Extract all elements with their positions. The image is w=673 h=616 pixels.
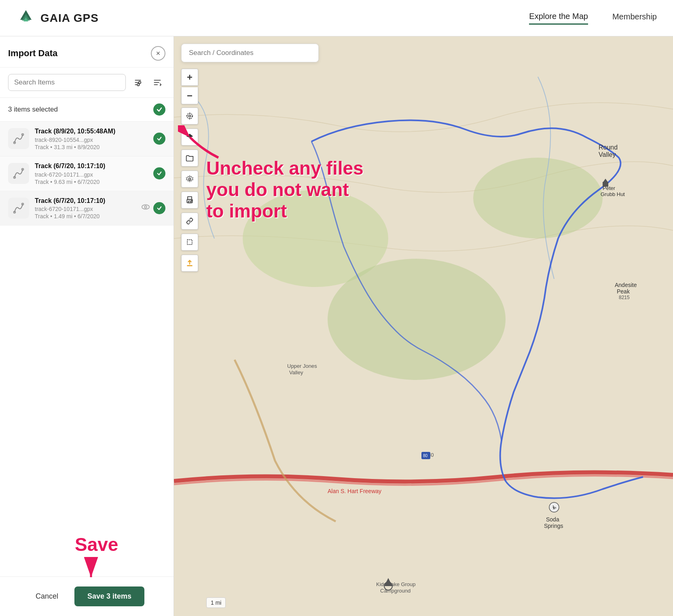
crop-icon — [186, 238, 194, 246]
track-actions — [141, 202, 165, 214]
track-route-icon — [12, 202, 25, 215]
printer-icon — [186, 196, 194, 204]
track-select-check[interactable] — [153, 133, 165, 145]
track-item[interactable]: Track (8/9/20, 10:55:48AM) track-8920-10… — [0, 122, 174, 156]
plus-icon — [186, 74, 193, 81]
track-actions — [153, 133, 165, 145]
svg-text:Peak: Peak — [617, 288, 630, 295]
scale-label: 1 mi — [211, 599, 221, 606]
checkmark-icon — [157, 205, 162, 211]
map-area[interactable]: Round Valley Peter Grubb Hut Andesite Pe… — [174, 36, 673, 616]
track-list: Track (8/9/20, 10:55:48AM) track-8920-10… — [0, 122, 174, 528]
gaia-logo-icon — [16, 8, 36, 28]
track-route-icon — [12, 132, 25, 145]
track-route-icon — [12, 167, 25, 180]
track-filename: track-6720-10171...gpx — [35, 206, 135, 212]
svg-text:Round: Round — [599, 144, 618, 151]
search-input[interactable] — [8, 74, 126, 91]
track-info: Track (6/7/20, 10:17:10) track-6720-1017… — [35, 162, 148, 185]
main-nav: Explore the Map Membership — [529, 12, 657, 25]
svg-rect-64 — [187, 265, 192, 266]
track-select-check[interactable] — [153, 202, 165, 214]
svg-rect-59 — [188, 197, 192, 200]
toolbar-icons — [130, 74, 165, 91]
app-header: GAIA GPS Explore the Map Membership — [0, 0, 673, 36]
svg-text:Soda: Soda — [546, 516, 559, 523]
svg-text:⛷: ⛷ — [552, 505, 557, 511]
save-annotation-area: Save — [0, 528, 174, 576]
map-annotation: Uncheck any files you do not want to imp… — [206, 158, 368, 222]
nav-membership[interactable]: Membership — [612, 12, 657, 24]
location-icon — [186, 112, 194, 120]
track-name: Track (6/7/20, 10:17:10) — [35, 197, 135, 205]
save-button[interactable]: Save 3 items — [74, 586, 144, 606]
minus-icon — [186, 92, 193, 99]
search-area — [0, 68, 174, 98]
sidebar-header: Import Data × — [0, 36, 174, 68]
map-scale: 1 mi — [206, 597, 226, 608]
track-name: Track (6/7/20, 10:17:10) — [35, 162, 148, 171]
upload-icon — [186, 259, 194, 267]
import-sidebar: Import Data × — [0, 36, 174, 616]
track-item[interactable]: Track (6/7/20, 10:17:10) track-6720-1017… — [0, 156, 174, 191]
print-button[interactable] — [181, 192, 198, 209]
link-button[interactable] — [181, 213, 198, 230]
upload-button[interactable] — [181, 255, 198, 272]
save-annotation-label: Save — [75, 534, 118, 555]
svg-text:Upper Jones: Upper Jones — [287, 363, 317, 369]
zoom-controls — [181, 69, 198, 104]
svg-text:Andesite: Andesite — [615, 282, 637, 288]
map-search-input[interactable] — [181, 44, 319, 62]
cancel-button[interactable]: Cancel — [29, 588, 65, 605]
annotation-arrow-icon — [178, 125, 226, 174]
svg-point-52 — [187, 113, 192, 118]
track-icon-wrap — [8, 128, 29, 149]
map-search-bar — [181, 44, 666, 62]
svg-point-5 — [139, 81, 141, 84]
select-all-check[interactable] — [153, 103, 165, 116]
logo-area: GAIA GPS — [16, 8, 99, 28]
track-info: Track (8/9/20, 10:55:48AM) track-8920-10… — [35, 127, 148, 150]
filter-icon — [133, 78, 142, 87]
locate-button[interactable] — [181, 108, 198, 124]
crop-button[interactable] — [181, 234, 198, 251]
svg-text:Springs: Springs — [544, 523, 563, 529]
svg-text:Valley: Valley — [289, 369, 303, 376]
svg-rect-61 — [188, 201, 191, 203]
track-info: Track (6/7/20, 10:17:10) track-6720-1017… — [35, 197, 135, 220]
track-filename: track-8920-10554...gpx — [35, 137, 148, 143]
svg-text:Grubb Hut: Grubb Hut — [601, 191, 625, 197]
track-meta: Track • 31.3 mi • 8/9/2020 — [35, 144, 148, 150]
items-selected-text: 3 items selected — [8, 105, 58, 114]
track-name: Track (8/9/20, 10:55:48AM) — [35, 127, 148, 136]
sort-button[interactable] — [149, 74, 165, 91]
track-meta: Track • 1.49 mi • 6/7/2020 — [35, 213, 135, 219]
nav-explore-map[interactable]: Explore the Map — [529, 12, 588, 25]
svg-text:80: 80 — [423, 454, 428, 458]
track-item[interactable]: Track (6/7/20, 10:17:10) track-6720-1017… — [0, 191, 174, 226]
svg-rect-63 — [187, 240, 192, 245]
filter-button[interactable] — [130, 74, 146, 91]
logo-text: GAIA GPS — [40, 12, 99, 25]
sidebar-title: Import Data — [8, 48, 57, 59]
svg-point-51 — [189, 115, 191, 117]
svg-text:8215: 8215 — [619, 295, 630, 300]
close-button[interactable]: × — [151, 46, 165, 61]
zoom-out-button[interactable] — [181, 87, 198, 104]
bottom-actions: Cancel Save 3 items — [0, 576, 174, 616]
main-layout: Import Data × — [0, 36, 673, 616]
svg-point-62 — [191, 200, 192, 201]
checkmark-icon — [157, 136, 162, 141]
items-selected-row: 3 items selected — [0, 98, 174, 122]
checkmark-icon — [157, 171, 162, 176]
save-arrow-icon — [79, 557, 103, 581]
track-icon-wrap — [8, 198, 29, 219]
zoom-in-button[interactable] — [181, 69, 198, 86]
svg-point-24 — [473, 158, 603, 238]
track-meta: Track • 9.63 mi • 6/7/2020 — [35, 179, 148, 185]
svg-text:Alan S. Hart Freeway: Alan S. Hart Freeway — [328, 488, 381, 494]
track-select-check[interactable] — [153, 167, 165, 179]
track-filename: track-6720-10171...gpx — [35, 171, 148, 178]
track-icon-wrap — [8, 163, 29, 184]
visibility-icon[interactable] — [141, 203, 150, 213]
